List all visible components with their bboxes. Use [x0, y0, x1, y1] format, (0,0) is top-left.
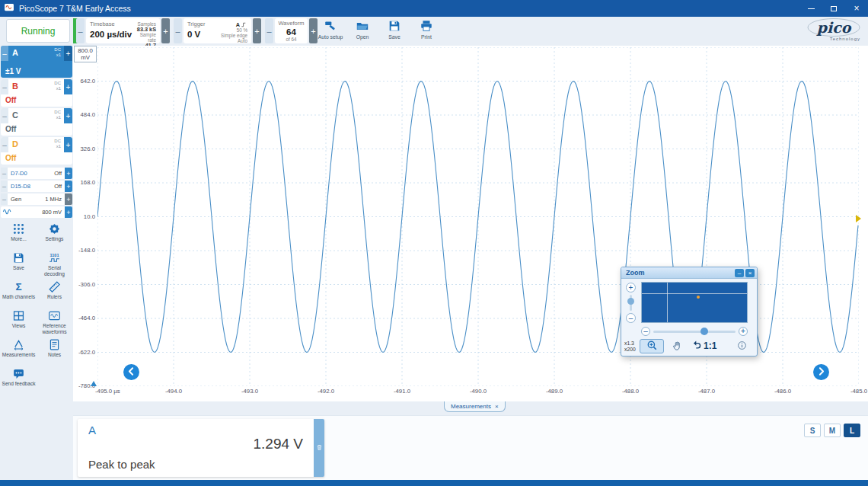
generator-amplitude-increase-button[interactable]: +	[65, 206, 72, 218]
digital-d15-d8-row[interactable]: –D15-D8Off+	[1, 181, 72, 192]
channel-B-decrease-button[interactable]: –	[1, 79, 8, 94]
tool-serial-decoding-button[interactable]: 1101Serial decoding	[37, 251, 72, 277]
channel-C-decrease-button[interactable]: –	[1, 108, 8, 123]
sigma-icon: Σ	[12, 280, 25, 293]
measurement-card[interactable]: A 1.294 V Peak to peak	[78, 419, 324, 477]
maximize-button[interactable]	[822, 0, 845, 17]
channel-C-increase-button[interactable]: +	[64, 108, 72, 123]
tool-save-button[interactable]: Save	[2, 251, 36, 271]
channel-C-coupling: DC	[54, 110, 61, 114]
channel-D-decrease-button[interactable]: –	[1, 137, 8, 152]
channel-D-card[interactable]: –DDCx1+Off	[1, 137, 72, 165]
channel-D-increase-button[interactable]: +	[64, 137, 72, 152]
titlebar[interactable]: PicoScope 7 T&M Early Access ×	[0, 0, 868, 17]
trigger-decrease-button[interactable]: –	[174, 18, 182, 43]
scroll-right-button[interactable]	[813, 364, 829, 380]
toolbar-auto-setup-button[interactable]: Auto setup	[315, 18, 346, 40]
trigger-time-marker[interactable]	[91, 381, 97, 386]
zoom-minimize-button[interactable]: –	[735, 269, 744, 277]
serial-decoding-icon: 1101	[48, 251, 61, 264]
panel-size-s-button[interactable]: S	[804, 424, 821, 437]
channel-B-card[interactable]: –BDCx1+Off	[1, 79, 72, 107]
panel-size-m-button[interactable]: M	[824, 424, 841, 437]
digital-d15-d8-decrease-button[interactable]: –	[1, 181, 8, 192]
y-axis-label: 484.0	[73, 111, 95, 118]
zoom-info-button[interactable]	[737, 341, 747, 352]
tool-notes-button[interactable]: Notes	[37, 338, 72, 358]
scroll-left-button[interactable]	[123, 364, 139, 380]
zoom-close-button[interactable]: ×	[745, 269, 755, 277]
views-grid-icon	[12, 309, 25, 322]
panel-size-l-button[interactable]: L	[844, 424, 860, 437]
zoom-out-button[interactable]: –	[626, 313, 636, 323]
tool-math-channels-label: Math channels	[2, 294, 35, 300]
measurements-tab[interactable]: Measurements ×	[444, 401, 506, 412]
toolbar-print-button[interactable]: Print	[411, 18, 442, 40]
tool-views-button[interactable]: Views	[2, 309, 36, 329]
zoom-horizontal-out-button[interactable]: –	[641, 327, 650, 336]
sidebar: –ADCx1+±1 V–BDCx1+Off–CDCx1+Off–DDCx1+Of…	[0, 46, 73, 480]
digital-d7-d0-decrease-button[interactable]: –	[1, 168, 8, 179]
waveform-panel[interactable]: Waveform 64 of 64	[275, 18, 308, 43]
digital-d15-d8-increase-button[interactable]: +	[65, 181, 72, 192]
generator-frequency-increase-button[interactable]: +	[65, 193, 72, 205]
channel-A-decrease-button[interactable]: –	[1, 46, 8, 61]
timebase-increase-button[interactable]: +	[161, 18, 170, 43]
tool-send-feedback-button[interactable]: Send feedback	[2, 367, 36, 387]
zoom-pan-tool-button[interactable]	[667, 339, 687, 353]
digital-d7-d0-increase-button[interactable]: +	[65, 168, 72, 179]
x-axis-label: -492.0	[309, 388, 343, 395]
measurements-tab-close-icon[interactable]: ×	[495, 403, 499, 410]
channel-B-coupling: DC	[54, 81, 61, 85]
channel-A-card[interactable]: –ADCx1+±1 V	[1, 46, 72, 78]
zoom-in-button[interactable]: +	[626, 283, 636, 293]
y-axis-unit: mV	[75, 54, 96, 61]
tool-math-channels-button[interactable]: ΣMath channels	[2, 280, 36, 300]
timebase-decrease-button[interactable]: –	[76, 18, 85, 43]
zoom-horizontal-slider-handle[interactable]	[700, 328, 708, 335]
zoom-magnifier-tool-button[interactable]	[640, 339, 664, 353]
tool-more-button[interactable]: More...	[2, 222, 36, 242]
generator-frequency-row[interactable]: –Gen1 MHz+	[1, 193, 72, 205]
zoom-window-titlebar[interactable]: Zoom – ×	[621, 267, 757, 279]
y-axis-label: 168.0	[73, 179, 95, 186]
channel-C-card[interactable]: –CDCx1+Off	[1, 108, 72, 136]
bottom-accent-bar	[0, 480, 868, 486]
tool-settings-button[interactable]: Settings	[37, 222, 72, 242]
zoom-window[interactable]: Zoom – × + – – + x1.3 x200 1:1	[621, 267, 758, 357]
signal-level-marker[interactable]	[856, 215, 861, 222]
zoom-overview-map[interactable]	[641, 282, 748, 323]
tool-reference-waveforms-button[interactable]: Reference waveforms	[37, 309, 72, 334]
channel-A-probe: x1	[56, 53, 61, 57]
minimize-button[interactable]	[799, 0, 822, 17]
toolbar-open-button[interactable]: Open	[347, 18, 378, 40]
y-axis-label: 800.0	[75, 47, 96, 54]
tool-rulers-button[interactable]: Rulers	[37, 280, 72, 300]
zoom-horizontal-slider[interactable]	[653, 331, 736, 333]
toolbar-print-label: Print	[421, 34, 432, 40]
generator-decrease-button[interactable]: –	[1, 193, 8, 205]
x-axis-label: -487.0	[690, 388, 723, 395]
channel-B-increase-button[interactable]: +	[64, 79, 72, 94]
channel-A-increase-button[interactable]: +	[64, 46, 72, 61]
magnifier-plus-icon	[646, 340, 658, 353]
zoom-vertical-slider[interactable]	[630, 295, 632, 311]
digital-d7-d0-row[interactable]: –D7-D0Off+	[1, 168, 72, 179]
trigger-increase-button[interactable]: +	[253, 18, 261, 43]
waveform-previous-button[interactable]: –	[265, 18, 273, 43]
zoom-horizontal-in-button[interactable]: +	[739, 327, 748, 336]
trigger-panel[interactable]: Trigger 0 V A 50 % Simple edge Auto	[183, 18, 251, 43]
timebase-panel[interactable]: Timebase 200 µs/div Samples 83.3 kS Samp…	[86, 18, 160, 43]
delete-measurement-button[interactable]	[314, 419, 324, 477]
tool-notes-label: Notes	[48, 352, 61, 358]
x-axis-label: -493.0	[233, 388, 266, 395]
running-button[interactable]: Running	[6, 19, 70, 43]
zoom-vertical-slider-handle[interactable]	[627, 298, 634, 305]
close-button[interactable]: ×	[845, 0, 868, 17]
toolbar-save-button[interactable]: Save	[379, 18, 410, 40]
generator-amplitude-row[interactable]: 800 mV+	[1, 206, 72, 218]
y-axis-label: -306.0	[73, 281, 95, 288]
zoom-reset-button[interactable]: 1:1	[691, 339, 716, 352]
tool-measurements-button[interactable]: Measurements	[2, 338, 36, 358]
toolbar-save-label: Save	[388, 34, 400, 40]
